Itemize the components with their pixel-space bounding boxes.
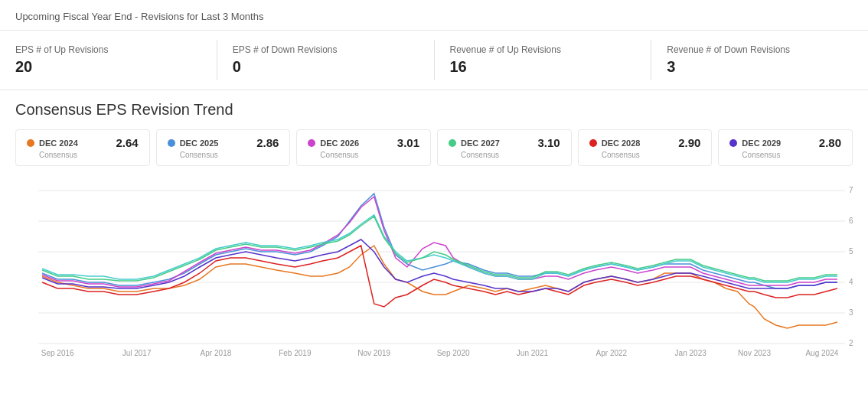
legend-card-5: DEC 2029 2.80 Consensus (718, 129, 853, 166)
stat-item-3: Revenue # of Down Revisions 3 (651, 40, 868, 80)
legend-card-4: DEC 2028 2.90 Consensus (578, 129, 713, 166)
legend-dot-4 (589, 139, 597, 147)
legend-dot-0 (27, 139, 34, 147)
stat-label-1: EPS # of Down Revisions (233, 44, 419, 55)
section-title: Consensus EPS Revision Trend (15, 101, 853, 119)
stat-value-1: 0 (233, 58, 419, 76)
svg-text:5.00: 5.00 (849, 247, 853, 256)
legend-sub-1: Consensus (168, 151, 279, 159)
legend-sub-4: Consensus (589, 151, 701, 159)
legend-value-0: 2.64 (116, 136, 138, 149)
legend-period-5: DEC 2029 (742, 138, 781, 148)
legend-dot-1 (168, 139, 175, 147)
chart-container: 7.00 6.00 5.00 4.00 3.00 2.00 Sep 2016 J… (15, 175, 853, 359)
legend-period-4: DEC 2028 (602, 138, 641, 148)
stat-value-3: 3 (667, 58, 853, 76)
svg-text:4.00: 4.00 (849, 278, 853, 286)
legend-row: DEC 2024 2.64 Consensus DEC 2025 2.86 Co… (15, 129, 853, 166)
legend-dot-3 (449, 139, 456, 147)
legend-header-4: DEC 2028 2.90 (589, 136, 701, 149)
legend-header-3: DEC 2027 3.10 (449, 136, 560, 149)
svg-text:Nov 2023: Nov 2023 (738, 349, 771, 357)
main-section: Consensus EPS Revision Trend DEC 2024 2.… (0, 90, 868, 359)
legend-card-2: DEC 2026 3.01 Consensus (296, 129, 431, 166)
stat-label-0: EPS # of Up Revisions (15, 44, 201, 55)
legend-value-3: 3.10 (537, 136, 560, 149)
svg-text:Jun 2021: Jun 2021 (517, 349, 549, 357)
svg-text:2.00: 2.00 (849, 339, 853, 347)
svg-text:3.00: 3.00 (849, 308, 853, 317)
svg-text:Feb 2019: Feb 2019 (279, 349, 312, 357)
legend-period-2: DEC 2026 (320, 138, 359, 148)
stat-item-0: EPS # of Up Revisions 20 (0, 40, 217, 80)
svg-text:Nov 2019: Nov 2019 (357, 349, 390, 357)
svg-text:Jan 2023: Jan 2023 (675, 349, 707, 357)
legend-dot-2 (308, 139, 315, 147)
stat-value-2: 16 (450, 58, 636, 76)
legend-dot-5 (729, 139, 737, 147)
legend-period-0: DEC 2024 (39, 138, 78, 148)
stat-item-1: EPS # of Down Revisions 0 (217, 40, 435, 80)
legend-card-0: DEC 2024 2.64 Consensus (15, 129, 150, 166)
legend-sub-2: Consensus (308, 151, 419, 159)
page-title: Upcoming Fiscal Year End - Revisions for… (0, 0, 868, 30)
legend-header-5: DEC 2029 2.80 (729, 136, 841, 149)
legend-sub-3: Consensus (449, 151, 560, 159)
legend-value-4: 2.90 (678, 136, 700, 149)
stat-value-0: 20 (15, 58, 201, 76)
legend-header-2: DEC 2026 3.01 (308, 136, 419, 149)
legend-card-1: DEC 2025 2.86 Consensus (156, 129, 291, 166)
legend-sub-0: Consensus (27, 151, 139, 159)
legend-period-3: DEC 2027 (461, 138, 500, 148)
legend-header-0: DEC 2024 2.64 (27, 136, 139, 149)
svg-text:Jul 2017: Jul 2017 (122, 349, 152, 357)
svg-text:Apr 2018: Apr 2018 (201, 349, 232, 357)
legend-header-1: DEC 2025 2.86 (168, 136, 279, 149)
svg-text:7.00: 7.00 (849, 186, 853, 194)
stat-item-2: Revenue # of Up Revisions 16 (435, 40, 652, 80)
legend-period-1: DEC 2025 (180, 138, 219, 148)
legend-value-2: 3.01 (397, 136, 419, 149)
legend-card-3: DEC 2027 3.10 Consensus (437, 129, 572, 166)
svg-text:Sep 2020: Sep 2020 (437, 349, 470, 357)
svg-text:Apr 2022: Apr 2022 (596, 349, 628, 357)
svg-text:Aug 2024: Aug 2024 (805, 349, 838, 357)
legend-value-1: 2.86 (256, 136, 279, 149)
stats-bar: EPS # of Up Revisions 20 EPS # of Down R… (0, 30, 868, 90)
stat-label-2: Revenue # of Up Revisions (450, 44, 636, 55)
legend-value-5: 2.80 (819, 136, 841, 149)
legend-sub-5: Consensus (729, 151, 841, 159)
svg-text:6.00: 6.00 (849, 217, 853, 225)
stat-label-3: Revenue # of Down Revisions (667, 44, 853, 55)
svg-text:Sep 2016: Sep 2016 (41, 349, 74, 357)
chart-svg: 7.00 6.00 5.00 4.00 3.00 2.00 Sep 2016 J… (15, 175, 853, 359)
